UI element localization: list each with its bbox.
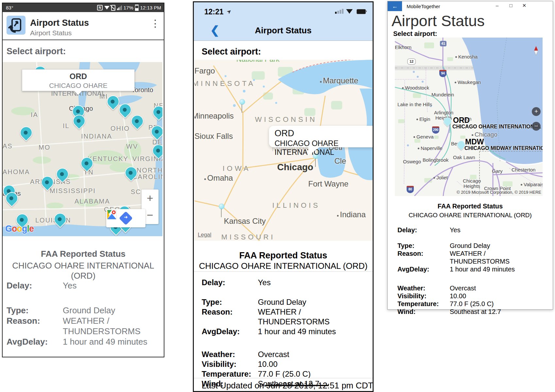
faa-row: Temperature:77.0 F (25.0 C) (397, 300, 543, 308)
faa-row: Delay:Yes (202, 278, 367, 287)
faa-row-label: Visibility: (397, 292, 450, 300)
back-button[interactable]: ← (388, 1, 402, 11)
app-subtitle: Airport Status (30, 29, 72, 37)
faa-row-value: 10.00 (450, 292, 543, 300)
faa-row-value: Ground Delay (63, 305, 159, 316)
faa-row-value: 77.0 F (25.0 C) (450, 300, 543, 308)
divider (194, 271, 373, 272)
zoom-out-button[interactable]: − (532, 122, 541, 131)
wifi-icon (346, 9, 353, 14)
apple-map[interactable]: ORD CHICAGO OHARE INTERNATIONAL National… (194, 60, 373, 241)
faa-row-value: Yes (63, 280, 159, 291)
faa-status-table: Delay:YesType:Ground DelayReason:WEATHER… (397, 226, 543, 323)
zoom-in-button[interactable]: + (142, 189, 159, 206)
map-label: MISSOURI (221, 233, 275, 241)
last-updated-line: Last Updated on Jun 28 2019, 12:51 pm CD… (202, 381, 373, 391)
map-tooltip[interactable]: ORD CHICAGO OHARE INTERNATIONAL (22, 69, 135, 91)
google-map[interactable]: ORD CHICAGO OHARE INTERNATIONAL Google +… (3, 62, 162, 236)
faa-row-value: WEATHER / THUNDERSTORMS (258, 307, 367, 327)
sync-phone-icon (7, 16, 25, 35)
faa-row-value: 1 hour and 49 minutes (63, 336, 159, 347)
map-label: Kansas City (224, 217, 266, 226)
faa-row: Type:Ground Delay (202, 297, 367, 307)
map-label: IL (63, 122, 70, 130)
tooltip-airport-name: CHICAGO OHARE INTERNATIONAL (275, 139, 373, 157)
map-label: ALABAMA (75, 198, 110, 205)
faa-row-label: AvgDelay: (397, 265, 450, 273)
map-label: SC (131, 188, 141, 196)
faa-row: AvgDelay:1 hour and 49 minutes (397, 265, 543, 273)
faa-row: Reason:WEATHER / THUNDERSTORMS (397, 250, 543, 265)
google-maps-icon[interactable] (106, 209, 117, 220)
bing-map[interactable]: ORD CHICAGO OHARE INTERNATIONAL MDW CHIC… (395, 38, 543, 196)
faa-row-value: 1 hour and 49 minutes (258, 327, 367, 336)
map-label: Legal (198, 232, 211, 238)
faa-row-label: Delay: (397, 226, 450, 234)
map-label: Sioux Falls (194, 132, 233, 141)
map-label: National Park (236, 60, 279, 64)
faa-row-label: Weather: (397, 284, 450, 292)
faa-row-value: 10.00 (258, 359, 367, 369)
map-label: Bolingbrook (423, 157, 448, 163)
clock: 12:21 (204, 8, 224, 16)
divider (194, 378, 373, 378)
map-label: Heights (463, 183, 480, 189)
faa-status-table: Delay:YesType:Ground DelayReason:WEATHER… (202, 278, 367, 392)
faa-row-value: 77.0 F (25.0 C) (258, 369, 367, 379)
faa-row: Visibility:10.00 (202, 359, 367, 369)
map-label: IOWA (223, 164, 251, 173)
map-label: Geneva (413, 134, 434, 139)
maximize-button[interactable]: □ (506, 3, 516, 8)
ios-status-bar: 12:21 ➤ (194, 2, 373, 20)
faa-row: Delay:Yes (397, 226, 543, 234)
route-shield-icon: 290 (432, 126, 439, 134)
map-pin[interactable] (219, 204, 225, 209)
faa-row: Type:Ground Delay (7, 305, 159, 316)
mdw-name-label: CHICAGO MIDWAY INTERNATIONAL (464, 145, 543, 151)
app-title: Airport Status (30, 18, 89, 28)
faa-row-label: Temperature: (397, 300, 450, 308)
map-label: INDIANA (81, 133, 112, 140)
map-label: MISSISSIPPI (50, 187, 96, 195)
close-button[interactable]: ✕ (519, 3, 529, 8)
minimize-button[interactable]: – (492, 3, 502, 8)
android-app-header: Airport Status Airport Status ⋮ (3, 12, 164, 40)
ord-name-label: CHICAGO OHARE INTERNATIONAL (452, 124, 541, 130)
zoom-in-button[interactable]: + (532, 107, 541, 116)
map-label: WISCONSIN (255, 115, 317, 124)
faa-row-label: AvgDelay: (7, 336, 63, 347)
clock: 12:13 PM (140, 5, 161, 10)
faa-row-label: Type: (397, 242, 450, 250)
google-logo[interactable]: Google (5, 224, 34, 234)
map-tooltip[interactable]: ORD CHICAGO OHARE INTERNATIONAL (269, 126, 373, 147)
map-label: Chicago (472, 131, 497, 138)
location-arrow-icon: ➤ (225, 8, 233, 16)
select-airport-label: Select airport: (393, 30, 437, 38)
tooltip-pointer (308, 147, 320, 156)
map-copyright: © 2019 Microsoft Corporation, © 2019 HER… (457, 190, 541, 195)
screenshot-root: 83° N 17% 12:13 PM Airport Status Airp (0, 0, 555, 392)
faa-row-value: Southeast at 12.7 (450, 308, 543, 316)
faa-row: Wind:Southeast at 12.7 (397, 308, 543, 316)
last-updated-prefix: Last Updated on (202, 381, 266, 390)
ios-nav-bar: ❮ Airport Status (194, 20, 373, 41)
route-shield-icon: 94 (439, 70, 446, 77)
faa-row-label: Type: (7, 305, 63, 316)
map-label: Indiana (337, 210, 366, 219)
faa-row: Reason:WEATHER / THUNDERSTORMS (202, 307, 367, 327)
map-label: Cle (334, 156, 346, 166)
faa-row-label: Delay: (7, 280, 63, 291)
map-label: Toronto (131, 86, 153, 94)
map-label: IA (31, 111, 38, 119)
faa-status-heading: FAA Reported Status (388, 203, 553, 210)
tooltip-airport-code: ORD (22, 72, 134, 81)
map-label: Minneapolis (194, 111, 234, 121)
faa-row-label: Wind: (397, 308, 450, 316)
faa-row: Reason:WEATHER / THUNDERSTORMS (7, 316, 159, 336)
route-shield-icon: 80 (407, 186, 414, 193)
overflow-menu-button[interactable]: ⋮ (150, 19, 160, 28)
map-label: Mundelein (431, 92, 454, 97)
map-pin[interactable] (239, 99, 245, 105)
directions-icon[interactable] (119, 211, 133, 225)
ios-phone-panel: 12:21 ➤ ❮ Airport Status Select airport: (193, 1, 374, 392)
